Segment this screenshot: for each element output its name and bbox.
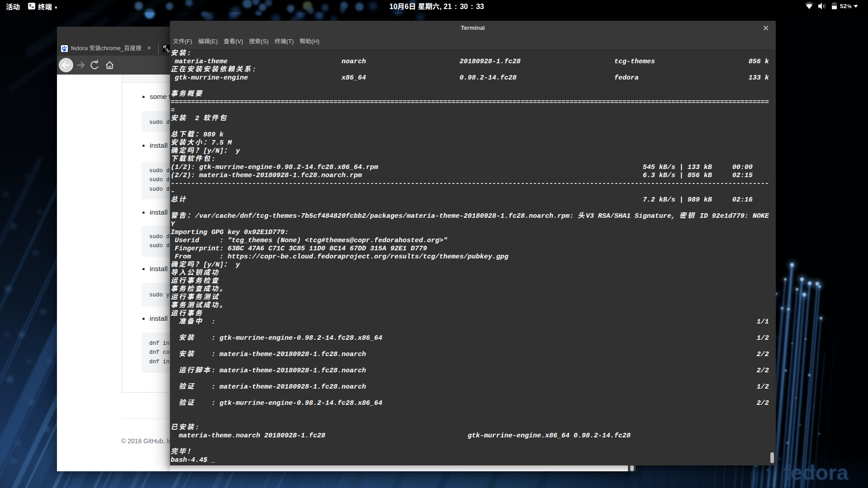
svg-text:52: 52 (840, 3, 847, 9)
svg-text:fedora: fedora (783, 460, 849, 484)
svg-text:%: % (847, 4, 852, 9)
